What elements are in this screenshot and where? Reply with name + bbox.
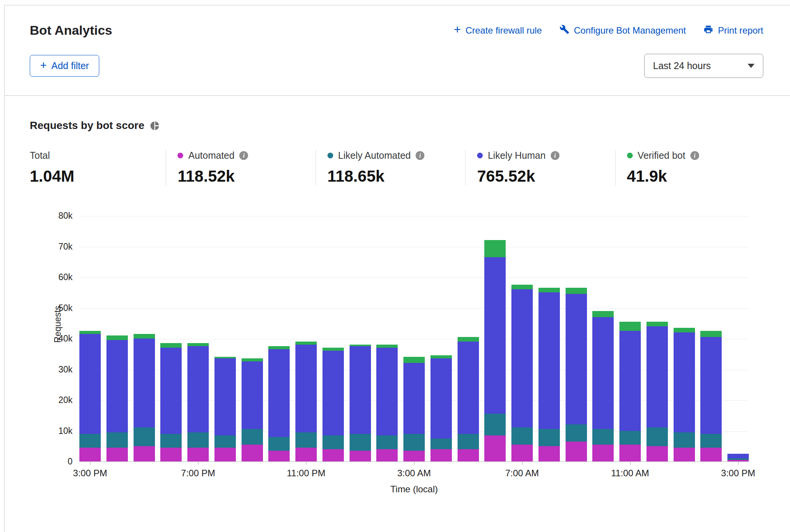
bar-segment-likely-human: [700, 337, 722, 434]
bar-segment-likely-automated: [592, 429, 614, 444]
stacked-bar[interactable]: [538, 288, 560, 461]
stacked-bar[interactable]: [566, 288, 587, 461]
time-range-value: Last 24 hours: [653, 60, 711, 71]
stacked-bar[interactable]: [511, 285, 533, 461]
plot-area: 010k20k30k40k50k60k70k80k3:00 PM7:00 PM1…: [79, 216, 749, 462]
bar-segment-verified-bot: [134, 334, 155, 339]
section-title: Requests by bot score: [30, 119, 144, 132]
stacked-bar[interactable]: [458, 337, 479, 461]
stacked-bar[interactable]: [79, 331, 101, 461]
x-tick-label: 11:00 AM: [600, 468, 661, 479]
stacked-bar[interactable]: [430, 355, 452, 461]
header: Bot Analytics Create firewall rule Confi…: [5, 5, 790, 78]
create-firewall-rule-link[interactable]: Create firewall rule: [454, 25, 542, 36]
bar-segment-likely-human: [350, 346, 371, 434]
stacked-bar[interactable]: [160, 343, 182, 461]
stacked-bar[interactable]: [322, 348, 344, 461]
info-icon[interactable]: [690, 151, 699, 160]
page-title: Bot Analytics: [30, 23, 112, 38]
bar-segment-verified-bot: [242, 358, 263, 361]
stacked-bar[interactable]: [214, 357, 236, 461]
bar-segment-automated: [242, 445, 263, 461]
bar-segment-likely-automated: [268, 437, 290, 451]
y-tick-label: 60k: [40, 272, 73, 282]
stacked-bar[interactable]: [700, 331, 722, 461]
info-icon[interactable]: [416, 151, 424, 160]
stacked-bar[interactable]: [674, 328, 695, 461]
bar-segment-verified-bot: [647, 322, 668, 326]
gridline: [79, 247, 749, 247]
stacked-bar[interactable]: [350, 345, 371, 461]
bar-segment-verified-bot: [106, 335, 128, 340]
x-tick-label: 3:00 PM: [60, 468, 121, 479]
x-tick-mark: [522, 462, 522, 465]
bar-segment-likely-automated: [295, 432, 317, 448]
bar-segment-likely-automated: [403, 434, 425, 451]
bar-segment-verified-bot: [511, 285, 533, 289]
bar-segment-verified-bot: [376, 345, 398, 348]
bar-segment-likely-human: [484, 257, 506, 414]
stacked-bar[interactable]: [134, 334, 155, 461]
bar-segment-likely-human: [160, 348, 182, 434]
bar-segment-likely-automated: [430, 438, 452, 449]
bar-segment-likely-automated: [134, 427, 155, 446]
likely-human-dot: [477, 153, 483, 158]
bar-segment-verified-bot: [430, 355, 452, 358]
bar-segment-automated: [160, 448, 182, 461]
plus-icon: [454, 25, 461, 36]
bar-segment-verified-bot: [160, 343, 182, 348]
chevron-down-icon: [748, 64, 755, 68]
create-firewall-rule-label: Create firewall rule: [466, 25, 542, 36]
bar-segment-likely-automated: [700, 434, 722, 448]
stacked-bar[interactable]: [187, 343, 209, 461]
print-report-link[interactable]: Print report: [703, 24, 763, 37]
bar-segment-likely-human: [79, 334, 101, 434]
bar-segment-automated: [700, 448, 722, 461]
stacked-bar[interactable]: [295, 342, 317, 461]
likely-automated-value: 118.65k: [327, 167, 465, 185]
x-tick-label: 7:00 AM: [492, 468, 553, 479]
bar-segment-automated: [134, 446, 155, 461]
stacked-bar[interactable]: [242, 358, 263, 461]
bar-segment-likely-human: [647, 326, 668, 428]
bar-segment-automated: [214, 448, 236, 461]
x-tick-label: 11:00 PM: [276, 468, 337, 479]
plus-icon: [40, 60, 47, 71]
bar-segment-likely-human: [538, 292, 560, 429]
bar-segment-likely-automated: [538, 429, 560, 446]
bar-segment-automated: [674, 448, 695, 461]
bar-segment-verified-bot: [187, 343, 209, 346]
configure-bot-management-link[interactable]: Configure Bot Management: [559, 24, 686, 37]
verified-bot-value: 41.9k: [627, 167, 765, 185]
bar-segment-verified-bot: [295, 342, 317, 345]
x-tick-mark: [90, 462, 90, 465]
y-tick-label: 70k: [40, 242, 73, 252]
bar-segment-automated: [458, 449, 479, 461]
header-divider: [5, 95, 790, 96]
stacked-bar[interactable]: [619, 322, 641, 461]
bar-segment-verified-bot: [403, 357, 425, 363]
stacked-bar[interactable]: [268, 346, 290, 461]
info-icon[interactable]: [239, 151, 248, 160]
x-tick-mark: [738, 462, 738, 465]
stacked-bar[interactable]: [592, 311, 614, 461]
y-tick-label: 40k: [40, 334, 73, 344]
print-report-label: Print report: [718, 25, 763, 36]
bar-segment-likely-automated: [458, 434, 479, 449]
info-icon[interactable]: [551, 151, 559, 160]
pie-chart-icon: [150, 121, 160, 131]
x-tick-label: 3:00 AM: [384, 468, 445, 479]
add-filter-button[interactable]: Add filter: [30, 55, 99, 77]
stacked-bar[interactable]: [376, 345, 398, 461]
stacked-bar[interactable]: [727, 454, 749, 461]
stat-total: Total 1.04M: [30, 150, 166, 185]
bar-segment-likely-automated: [322, 435, 344, 449]
time-range-select[interactable]: Last 24 hours: [644, 54, 763, 78]
bar-segment-likely-automated: [350, 434, 371, 451]
stacked-bar[interactable]: [106, 335, 128, 461]
stacked-bar[interactable]: [403, 357, 425, 461]
stacked-bar[interactable]: [484, 240, 506, 461]
stacked-bar[interactable]: [647, 322, 668, 461]
bar-segment-likely-human: [214, 358, 236, 435]
bar-segment-likely-automated: [484, 414, 506, 435]
